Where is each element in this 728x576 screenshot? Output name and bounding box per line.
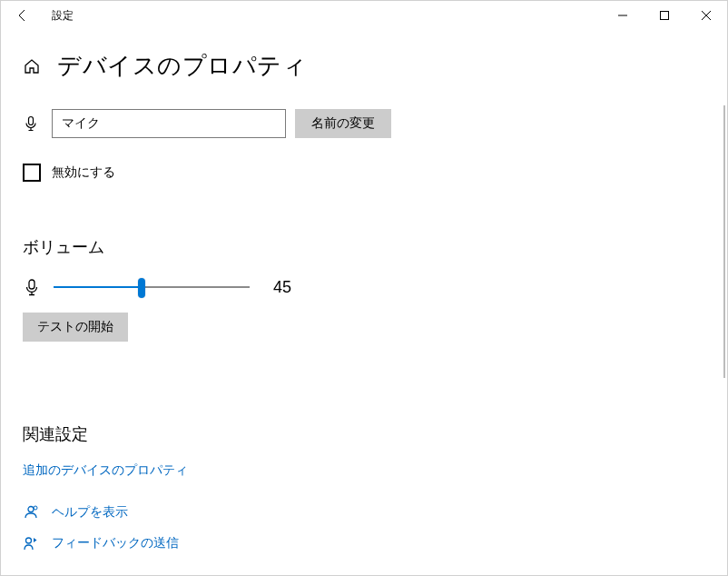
volume-slider[interactable] (54, 276, 250, 298)
maximize-button[interactable] (644, 1, 685, 30)
help-icon (23, 504, 39, 521)
test-button[interactable]: テストの開始 (23, 313, 128, 342)
help-link[interactable]: ヘルプを表示 (52, 504, 128, 521)
settings-window: 設定 デバイスのプロパティ 名前の変更 無効にする (0, 0, 728, 576)
svg-rect-3 (29, 280, 34, 289)
svg-rect-2 (29, 117, 34, 125)
svg-point-5 (34, 506, 37, 510)
page-header: デバイスのプロパティ (23, 50, 727, 82)
volume-row: 45 (23, 276, 691, 298)
disable-checkbox[interactable] (23, 164, 41, 182)
feedback-row[interactable]: フィードバックの送信 (23, 535, 691, 551)
microphone-icon (23, 115, 39, 132)
additional-device-properties-link[interactable]: 追加のデバイスのプロパティ (23, 462, 188, 477)
svg-point-6 (26, 538, 32, 543)
feedback-link[interactable]: フィードバックの送信 (52, 535, 179, 551)
rename-button[interactable]: 名前の変更 (295, 109, 391, 138)
disable-row[interactable]: 無効にする (23, 164, 691, 182)
minimize-button[interactable] (602, 1, 644, 30)
disable-label: 無効にする (52, 164, 115, 181)
slider-track-fill (54, 286, 142, 288)
window-controls (602, 1, 727, 30)
device-name-input[interactable] (52, 109, 286, 138)
content-area: 名前の変更 無効にする ボリューム 45 テストの開始 関連設定 追加のデバイス… (1, 109, 691, 551)
microphone-icon (23, 278, 41, 296)
feedback-icon (23, 535, 39, 551)
volume-value: 45 (273, 278, 291, 297)
page-title: デバイスのプロパティ (57, 50, 307, 82)
svg-point-4 (28, 507, 34, 512)
related-heading: 関連設定 (23, 423, 691, 445)
scrollbar[interactable] (723, 105, 725, 378)
home-icon[interactable] (23, 57, 41, 75)
device-name-row: 名前の変更 (23, 109, 691, 138)
close-button[interactable] (685, 1, 727, 30)
help-row[interactable]: ヘルプを表示 (23, 504, 691, 521)
volume-heading: ボリューム (23, 236, 691, 258)
slider-thumb[interactable] (138, 278, 145, 298)
back-button[interactable] (8, 1, 37, 30)
svg-rect-1 (661, 12, 669, 20)
app-title: 設定 (52, 8, 74, 24)
